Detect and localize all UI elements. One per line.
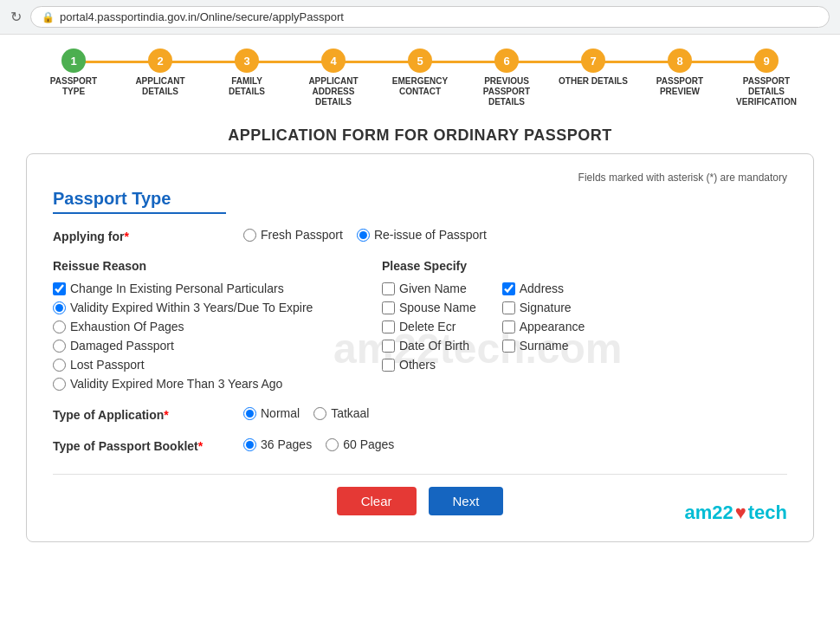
specify-checkbox-surname[interactable] [502,340,515,353]
reissue-label-validity3: Validity Expired Within 3 Years/Due To E… [70,301,313,314]
normal-option[interactable]: Normal [243,406,300,420]
step-label-2: APPLICANT DETAILS [126,76,195,97]
clear-button[interactable]: Clear [337,487,417,515]
specify-columns: Given Name Spouse Name Delete Ecr [382,282,787,372]
reissue-option-change[interactable]: Change In Existing Personal Particulars [53,282,382,295]
mandatory-note: Fields marked with asterisk (*) are mand… [53,172,787,184]
reissue-reason-title: Reissue Reason [53,259,382,273]
step-circle-2[interactable]: 2 [148,49,172,73]
step-3: 3FAMILY DETAILS [204,49,290,97]
reissue-radio-validity3[interactable] [53,301,66,314]
reissue-option-lost[interactable]: Lost Passport [53,358,382,372]
reissue-option-exhaustion[interactable]: Exhaustion Of Pages [53,320,382,333]
fresh-passport-option[interactable]: Fresh Passport [243,228,343,242]
normal-label: Normal [261,406,300,420]
reissue-label-validity-more: Validity Expired More Than 3 Years Ago [70,377,282,391]
form-card: Fields marked with asterisk (*) are mand… [26,153,814,542]
step-circle-5[interactable]: 5 [408,49,432,73]
step-circle-9[interactable]: 9 [754,49,779,73]
reissue-passport-radio[interactable] [357,229,370,242]
reissue-radio-lost[interactable] [53,359,66,372]
fresh-passport-label: Fresh Passport [261,228,343,242]
tatkaal-option[interactable]: Tatkaal [313,406,369,420]
type-of-booklet-row: Type of Passport Booklet* 36 Pages 60 Pa… [53,437,787,453]
tatkaal-radio[interactable] [313,407,326,420]
step-circle-7[interactable]: 7 [581,49,605,73]
reissue-radio-exhaustion[interactable] [53,320,66,333]
step-label-1: PASSPORT TYPE [39,76,108,97]
step-8: 8PASSPORT PREVIEW [636,49,723,97]
step-label-3: FAMILY DETAILS [212,76,281,97]
section-title: Passport Type [53,189,787,209]
specify-label-others: Others [399,358,436,372]
specify-checkbox-signature[interactable] [502,301,515,314]
step-5: 5EMERGENCY CONTACT [377,49,463,97]
reissue-radio-validity-more[interactable] [53,378,66,391]
specify-others[interactable]: Others [382,358,476,372]
progress-bar: 1PASSPORT TYPE2APPLICANT DETAILS3FAMILY … [0,35,840,114]
specify-checkbox-date-of-birth[interactable] [382,340,395,353]
refresh-icon[interactable]: ↻ [10,9,22,25]
specify-address[interactable]: Address [502,282,585,295]
specify-spouse-name[interactable]: Spouse Name [382,301,476,314]
reissue-reason-section: Reissue Reason Change In Existing Person… [53,259,382,391]
reissue-passport-option[interactable]: Re-issue of Passport [357,228,487,242]
step-4: 4APPLICANT ADDRESS DETAILS [290,49,377,107]
step-9: 9PASSPORT DETAILS VERIFICATION [723,49,810,107]
tatkaal-label: Tatkaal [331,406,369,420]
specify-surname[interactable]: Surname [502,339,585,353]
specify-col2: Address Signature Appearance [502,282,585,372]
step-circle-8[interactable]: 8 [668,49,692,73]
next-button[interactable]: Next [429,487,504,515]
specify-given-name[interactable]: Given Name [382,282,476,295]
specify-delete-ecr[interactable]: Delete Ecr [382,320,476,333]
60-pages-option[interactable]: 60 Pages [326,437,394,451]
normal-radio[interactable] [243,407,256,420]
specify-signature[interactable]: Signature [502,301,585,314]
specify-checkbox-spouse-name[interactable] [382,301,395,314]
specify-checkbox-delete-ecr[interactable] [382,320,395,333]
36-pages-label: 36 Pages [261,437,312,451]
specify-checkbox-address[interactable] [502,282,515,295]
step-circle-4[interactable]: 4 [321,49,346,73]
specify-checkbox-appearance[interactable] [502,320,515,333]
reissue-checkbox-change[interactable] [53,282,66,295]
step-label-7: OTHER DETAILS [559,76,628,87]
60-pages-radio[interactable] [326,438,339,451]
specify-appearance[interactable]: Appearance [502,320,585,333]
step-circle-3[interactable]: 3 [235,49,259,73]
specify-label-date-of-birth: Date Of Birth [399,339,469,353]
address-bar: 🔒 portal4.passportindia.gov.in/Online/se… [30,6,830,28]
36-pages-option[interactable]: 36 Pages [243,437,312,451]
specify-checkbox-others[interactable] [382,359,395,372]
reissue-radio-damaged[interactable] [53,340,66,353]
step-label-4: APPLICANT ADDRESS DETAILS [299,76,368,107]
step-2: 2APPLICANT DETAILS [117,49,204,97]
url-text: portal4.passportindia.gov.in/Online/secu… [60,10,344,23]
reissue-option-damaged[interactable]: Damaged Passport [53,339,382,353]
reissue-option-validity3[interactable]: Validity Expired Within 3 Years/Due To E… [53,301,382,314]
lock-icon: 🔒 [42,11,55,23]
specify-checkbox-given-name[interactable] [382,282,395,295]
type-of-application-label: Type of Application* [53,406,226,422]
applying-for-row: Applying for* Fresh Passport Re-issue of… [53,228,787,243]
specify-date-of-birth[interactable]: Date Of Birth [382,339,476,353]
reissue-label-exhaustion: Exhaustion Of Pages [70,320,184,333]
step-6: 6PREVIOUS PASSPORT DETAILS [463,49,550,107]
reissue-section: Reissue Reason Change In Existing Person… [53,259,787,391]
fresh-passport-radio[interactable] [243,229,256,242]
type-of-application-options: Normal Tatkaal [243,406,369,420]
specify-label-address: Address [520,282,564,295]
applying-for-options: Fresh Passport Re-issue of Passport [243,228,487,242]
step-circle-6[interactable]: 6 [494,49,519,73]
reissue-option-validity-more[interactable]: Validity Expired More Than 3 Years Ago [53,377,382,391]
specify-label-appearance: Appearance [520,320,585,333]
reissue-passport-label: Re-issue of Passport [374,228,487,242]
36-pages-radio[interactable] [243,438,256,451]
action-buttons: Clear Next [53,474,787,515]
step-label-5: EMERGENCY CONTACT [385,76,455,97]
step-circle-1[interactable]: 1 [61,49,86,73]
steps-container: 1PASSPORT TYPE2APPLICANT DETAILS3FAMILY … [30,49,810,107]
step-label-9: PASSPORT DETAILS VERIFICATION [732,76,801,107]
reissue-label-lost: Lost Passport [70,358,145,372]
